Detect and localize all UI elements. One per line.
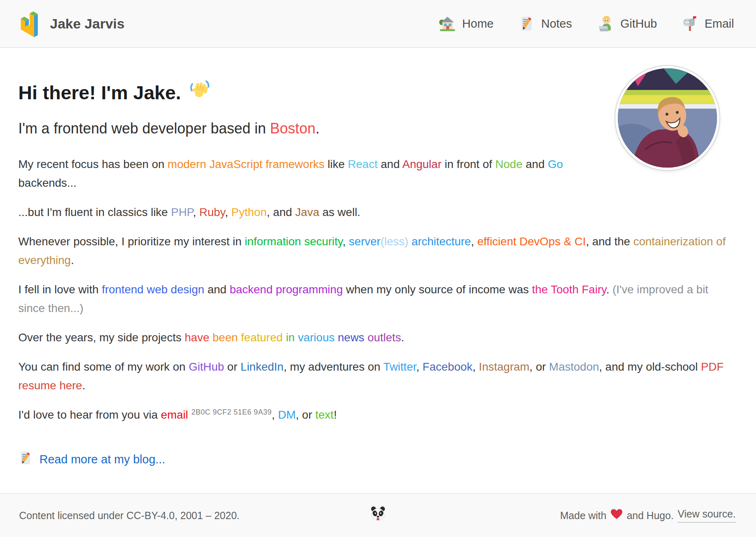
house-icon [439,15,456,32]
text-segment: ! [334,408,337,421]
paragraph-find-my-work: You can find some of my work on GitHub o… [18,358,736,395]
text-segment: and [378,158,402,170]
press-link-various[interactable]: various [298,331,335,344]
text-segment: My recent focus has been on [18,158,167,170]
text-segment: ...but I'm fluent in classics like [18,206,171,218]
nav-item-notes[interactable]: Notes [519,15,572,32]
backend-programming-link[interactable]: backend programming [230,283,343,296]
text-segment: , and the [586,235,633,248]
press-link-have[interactable]: have [185,331,209,344]
main-content: Hi there! I'm Jake. I'm a frontend web d… [0,48,756,469]
ruby-link[interactable]: Ruby [199,206,225,218]
text-segment: I'd love to hear from you via [18,408,161,421]
github-link[interactable]: GitHub [189,360,224,373]
press-link-news[interactable]: news [338,331,364,344]
text-segment [364,331,367,344]
page-title-text: Hi there! I'm Jake. [18,81,181,104]
text-segment: and [522,158,547,170]
mastodon-link[interactable]: Mastodon [549,360,599,373]
text-segment: You can find some of my work on [18,360,189,373]
nav-item-label: GitHub [620,17,657,31]
tooth-fairy-link[interactable]: the Tooth Fairy [532,283,606,296]
text-segment: . [606,283,613,296]
text-segment: or [224,360,240,373]
made-with-text: Made with [560,510,606,522]
blog-link-label: Read more at my blog... [39,453,165,466]
blog-link[interactable]: Read more at my blog... [18,450,165,469]
site-logo-icon [18,7,39,41]
nav-item-home[interactable]: Home [439,15,493,32]
infosec-link[interactable]: information security [245,235,343,248]
license-text: Content licensed under CC-BY-4.0, 2001 –… [19,510,240,522]
text-segment: , and [267,206,295,218]
text-segment: . [315,120,319,137]
text-segment: , [272,408,278,421]
text-segment: , [416,360,423,373]
text-segment: Over the years, my side projects [18,331,185,344]
js-frameworks-link[interactable]: modern JavaScript frameworks [167,158,324,170]
text-segment: , or [530,360,549,373]
paragraph-classics: ...but I'm fluent in classics like PHP, … [18,203,736,222]
text-segment: . [82,379,85,392]
linkedin-link[interactable]: LinkedIn [241,360,284,373]
facebook-link[interactable]: Facebook [423,360,473,373]
memo-icon [519,15,535,32]
site-title: Jake Jarvis [50,16,124,32]
and-hugo-text: and Hugo. [627,510,673,522]
text-segment: . [71,254,74,266]
boston-link[interactable]: Boston [270,120,315,137]
angular-link[interactable]: Angular [402,158,442,170]
php-link[interactable]: PHP [171,206,193,218]
technologist-icon [597,15,614,32]
text-segment: Whenever possible, I prioritize my inter… [18,235,245,248]
frontend-design-link[interactable]: frontend web design [102,283,204,296]
press-link-outlets[interactable]: outlets [367,331,401,344]
panda-icon [370,506,386,525]
made-with: Made with and Hugo. View source. [560,508,736,523]
react-link[interactable]: React [348,158,378,170]
page: { "header": { "site_title": "Jake Jarvis… [0,0,756,537]
text-segment: , [343,235,349,248]
dm-link[interactable]: DM [278,408,296,421]
brand-link[interactable]: Jake Jarvis [18,7,124,41]
text-link[interactable]: text [315,408,334,421]
text-segment: , [471,235,478,248]
nav-item-email[interactable]: Email [682,15,734,32]
paragraph-interests: Whenever possible, I prioritize my inter… [18,232,736,270]
twitter-link[interactable]: Twitter [383,360,416,373]
instagram-link[interactable]: Instagram [479,360,530,373]
text-segment [209,331,213,344]
text-segment [295,331,298,344]
paragraph-contact: I'd love to hear from you via email2B0C … [18,406,736,424]
text-segment: , my adventures on [284,360,383,373]
view-source-link[interactable]: View source. [678,508,736,523]
nav-item-github[interactable]: GitHub [597,15,657,32]
go-link[interactable]: Go [548,158,563,170]
node-link[interactable]: Node [495,158,523,170]
paragraph-fell-in-love: I fell in love with frontend web design … [18,280,736,318]
site-header: Jake Jarvis Home [0,0,756,48]
text-segment: I fell in love with [18,283,102,296]
text-segment: backends... [18,177,76,189]
text-segment: in front of [441,158,495,170]
press-link-in[interactable]: in [286,331,295,344]
waving-hand-icon [188,79,211,106]
devops-link[interactable]: efficient DevOps & CI [477,235,586,248]
nav-item-label: Notes [541,17,572,31]
text-segment: , or [296,408,315,421]
site-nav: Home Notes [439,15,734,32]
serverless-less-link[interactable]: (less) [380,235,408,248]
python-link[interactable]: Python [231,206,267,218]
java-link[interactable]: Java [295,206,319,218]
email-link[interactable]: email [161,408,188,421]
text-segment [335,331,338,344]
press-link-been[interactable]: been [213,331,238,344]
serverless-link[interactable]: server [349,235,380,248]
text-segment: . [401,331,404,344]
text-segment: , and my old-school [599,360,701,373]
nav-item-label: Home [462,17,493,31]
paragraph-recent-focus: My recent focus has been on modern JavaS… [18,155,600,192]
text-segment: , [225,206,232,218]
architecture-link[interactable]: architecture [408,235,471,248]
press-link-featured[interactable]: featured [241,331,283,344]
